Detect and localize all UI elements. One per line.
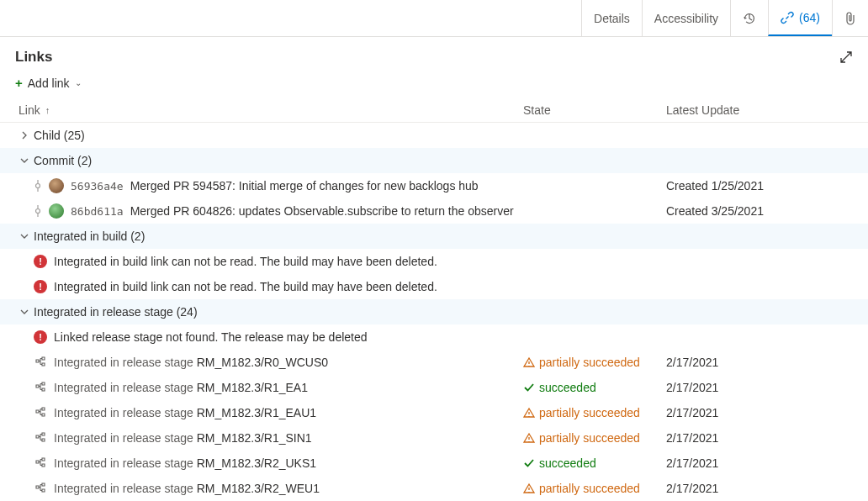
release-stage-icon bbox=[34, 483, 47, 494]
release-name: RM_M182.3/R0_WCUS0 bbox=[197, 356, 328, 369]
release-stage-icon bbox=[34, 432, 47, 444]
release-row[interactable]: Integrated in release stage RM_M182.3/R1… bbox=[0, 400, 868, 425]
commit-icon bbox=[34, 182, 42, 190]
release-date: 2/17/2021 bbox=[666, 381, 853, 394]
attachment-icon bbox=[844, 12, 856, 25]
success-icon bbox=[523, 382, 535, 393]
release-prefix: Integrated in release stage bbox=[54, 356, 193, 369]
release-name: RM_M182.3/R1_SIN1 bbox=[197, 431, 312, 445]
release-state: partially succeeded bbox=[523, 431, 666, 445]
commit-hash: 56936a4e bbox=[71, 180, 124, 192]
chevron-down-icon bbox=[19, 233, 30, 240]
release-date: 2/17/2021 bbox=[666, 356, 853, 369]
tab-attachments[interactable] bbox=[832, 0, 868, 36]
group-label: Integrated in release stage (24) bbox=[34, 305, 198, 319]
tab-history[interactable] bbox=[730, 0, 768, 36]
release-error-row[interactable]: !Linked release stage not found. The rel… bbox=[0, 324, 868, 350]
warning-icon bbox=[523, 407, 535, 419]
release-state: succeeded bbox=[523, 456, 666, 470]
release-name: RM_M182.3/R2_WEU1 bbox=[197, 482, 320, 495]
release-row[interactable]: Integrated in release stage RM_M182.3/R2… bbox=[0, 476, 868, 501]
release-state: partially succeeded bbox=[523, 482, 666, 495]
error-icon: ! bbox=[34, 280, 47, 293]
error-text: Integrated in build link can not be read… bbox=[54, 255, 437, 268]
commit-hash: 86bd611a bbox=[71, 205, 124, 218]
page-title: Links bbox=[15, 49, 52, 66]
group-build[interactable]: Integrated in build (2) bbox=[0, 224, 868, 249]
chevron-down-icon bbox=[19, 157, 30, 164]
build-error-row[interactable]: !Integrated in build link can not be rea… bbox=[0, 274, 868, 299]
group-commit[interactable]: Commit (2) bbox=[0, 148, 868, 173]
release-name: RM_M182.3/R1_EA1 bbox=[197, 381, 308, 394]
commit-row[interactable]: 86bd611aMerged PR 604826: updates Observ… bbox=[0, 198, 868, 224]
add-link-label: Add link bbox=[28, 76, 70, 90]
sort-asc-icon: ↑ bbox=[45, 105, 50, 115]
build-error-row[interactable]: !Integrated in build link can not be rea… bbox=[0, 249, 868, 274]
group-label: Commit (2) bbox=[34, 154, 92, 167]
release-state: partially succeeded bbox=[523, 406, 666, 419]
links-count-label: (64) bbox=[799, 11, 820, 24]
chevron-down-icon bbox=[19, 309, 30, 315]
tab-links[interactable]: (64) bbox=[768, 0, 832, 36]
svg-point-1 bbox=[36, 209, 40, 214]
avatar bbox=[49, 203, 64, 219]
avatar bbox=[49, 178, 64, 193]
group-child[interactable]: Child (25) bbox=[0, 123, 868, 148]
add-link-button[interactable]: + Add link ⌄ bbox=[15, 76, 82, 90]
commit-icon bbox=[34, 207, 42, 215]
release-prefix: Integrated in release stage bbox=[54, 482, 193, 495]
release-name: RM_M182.3/R1_EAU1 bbox=[197, 406, 316, 419]
links-list[interactable]: Child (25) Commit (2) 56936a4eMerged PR … bbox=[0, 123, 868, 501]
release-prefix: Integrated in release stage bbox=[54, 406, 193, 419]
links-header: Links bbox=[0, 37, 868, 72]
release-row[interactable]: Integrated in release stage RM_M182.3/R1… bbox=[0, 425, 868, 451]
warning-icon bbox=[523, 483, 535, 494]
chevron-right-icon bbox=[19, 131, 30, 140]
plus-icon: + bbox=[15, 76, 23, 90]
col-state-header[interactable]: State bbox=[523, 103, 666, 117]
release-stage-icon bbox=[34, 457, 47, 469]
release-stage-icon bbox=[34, 407, 47, 419]
column-headers: Link ↑ State Latest Update bbox=[0, 98, 868, 123]
error-icon: ! bbox=[34, 330, 47, 344]
tabs-bar: Details Accessibility (64) bbox=[0, 0, 868, 37]
commit-update: Created 1/25/2021 bbox=[666, 179, 853, 192]
release-stage-icon bbox=[34, 356, 47, 368]
release-date: 2/17/2021 bbox=[666, 456, 853, 470]
error-icon: ! bbox=[34, 255, 47, 268]
link-icon bbox=[781, 11, 794, 24]
release-prefix: Integrated in release stage bbox=[54, 431, 193, 445]
error-text: Linked release stage not found. The rele… bbox=[54, 330, 368, 344]
release-name: RM_M182.3/R2_UKS1 bbox=[197, 456, 316, 470]
group-label: Integrated in build (2) bbox=[34, 229, 145, 243]
history-icon bbox=[743, 12, 756, 25]
release-date: 2/17/2021 bbox=[666, 406, 853, 419]
warning-icon bbox=[523, 356, 535, 368]
col-link-header[interactable]: Link ↑ bbox=[19, 103, 523, 117]
error-text: Integrated in build link can not be read… bbox=[54, 280, 437, 293]
release-state: succeeded bbox=[523, 381, 666, 394]
group-label: Child (25) bbox=[34, 129, 85, 142]
tab-accessibility[interactable]: Accessibility bbox=[642, 0, 730, 36]
release-stage-icon bbox=[34, 382, 47, 393]
commit-desc: Merged PR 604826: updates Observable.sub… bbox=[130, 204, 514, 218]
release-state: partially succeeded bbox=[523, 356, 666, 369]
group-release[interactable]: Integrated in release stage (24) bbox=[0, 299, 868, 324]
add-link-row: + Add link ⌄ bbox=[0, 72, 868, 98]
release-prefix: Integrated in release stage bbox=[54, 381, 193, 394]
tab-details[interactable]: Details bbox=[581, 0, 642, 36]
commit-row[interactable]: 56936a4eMerged PR 594587: Initial merge … bbox=[0, 173, 868, 198]
release-row[interactable]: Integrated in release stage RM_M182.3/R2… bbox=[0, 451, 868, 476]
col-update-header[interactable]: Latest Update bbox=[666, 103, 853, 117]
release-row[interactable]: Integrated in release stage RM_M182.3/R0… bbox=[0, 350, 868, 375]
svg-point-0 bbox=[36, 184, 40, 188]
fullscreen-button[interactable] bbox=[839, 50, 853, 64]
warning-icon bbox=[523, 432, 535, 444]
commit-update: Created 3/25/2021 bbox=[666, 204, 853, 218]
commit-desc: Merged PR 594587: Initial merge of chang… bbox=[130, 179, 479, 192]
release-date: 2/17/2021 bbox=[666, 482, 853, 495]
release-row[interactable]: Integrated in release stage RM_M182.3/R1… bbox=[0, 375, 868, 400]
success-icon bbox=[523, 457, 535, 469]
release-date: 2/17/2021 bbox=[666, 431, 853, 445]
chevron-down-icon: ⌄ bbox=[75, 78, 82, 87]
